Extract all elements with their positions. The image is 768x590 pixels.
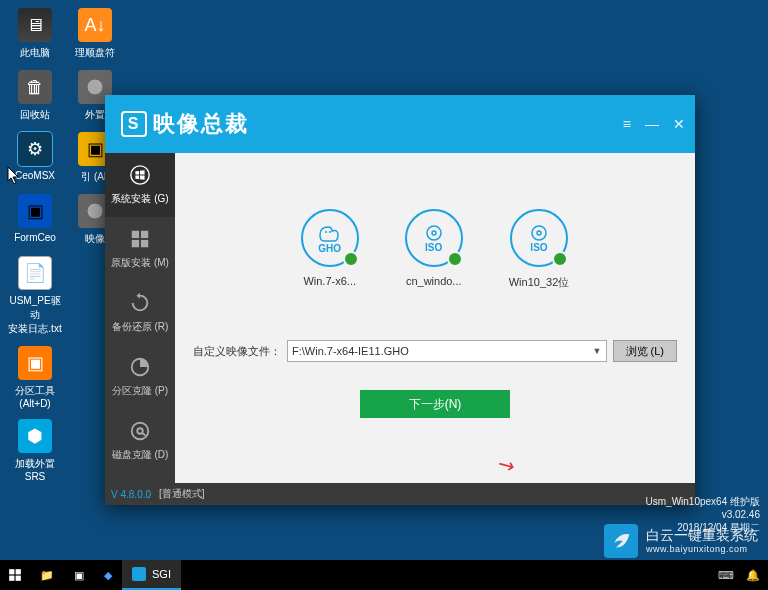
- sidebar-item-backup-restore[interactable]: 备份还原 (R): [105, 281, 175, 345]
- square-icon: ▣: [18, 194, 52, 228]
- svg-rect-18: [16, 576, 21, 581]
- chevron-down-icon[interactable]: ▼: [593, 346, 602, 356]
- svg-rect-17: [9, 576, 14, 581]
- app-window: S 映像总裁 ≡ ― ✕ 系统安装 (G) 原版安装 (M) 备份还原 (R): [105, 95, 695, 505]
- srs-icon: ⬢: [18, 419, 52, 453]
- brand-icon: [604, 524, 638, 558]
- svg-point-12: [432, 231, 436, 235]
- svg-point-6: [132, 423, 149, 440]
- menu-icon[interactable]: ≡: [623, 116, 631, 132]
- image-label: cn_windo...: [406, 275, 462, 287]
- desktop-icon-usm-log[interactable]: 📄USM_PE驱动 安装日志.txt: [8, 256, 62, 336]
- svg-rect-3: [132, 240, 139, 247]
- windows-icon: [129, 164, 151, 186]
- image-item-iso1[interactable]: ISO cn_windo...: [405, 209, 463, 290]
- pc-icon: 🖥: [18, 8, 52, 42]
- refresh-icon: [129, 292, 151, 314]
- tiles-icon: [129, 228, 151, 250]
- desktop-icon-srs[interactable]: ⬢加载外置SRS: [8, 419, 62, 482]
- svg-rect-4: [141, 240, 148, 247]
- sidebar: 系统安装 (G) 原版安装 (M) 备份还原 (R) 分区克隆 (P) 磁盘克隆…: [105, 153, 175, 483]
- window-controls: ≡ ― ✕: [623, 116, 685, 132]
- taskbar: 📁 ▣ ◆ SGI ⌨ 🔔: [0, 560, 768, 590]
- task-button-explorer[interactable]: 📁: [30, 560, 64, 590]
- svg-rect-15: [9, 569, 14, 574]
- sidebar-label: 分区克隆 (P): [112, 384, 168, 398]
- sidebar-item-system-install[interactable]: 系统安装 (G): [105, 153, 175, 217]
- image-label: Win10_32位: [509, 275, 570, 290]
- path-label: 自定义映像文件：: [193, 344, 281, 359]
- desktop-icon-partition[interactable]: ▣分区工具 (Alt+D): [8, 346, 62, 409]
- browse-button[interactable]: 浏览 (L): [613, 340, 678, 362]
- disk-icon: [129, 420, 151, 442]
- sidebar-label: 磁盘克隆 (D): [112, 448, 169, 462]
- sidebar-label: 原版安装 (M): [111, 256, 169, 270]
- close-icon[interactable]: ✕: [673, 116, 685, 132]
- svg-point-9: [325, 231, 327, 233]
- task-button-sgi[interactable]: SGI: [122, 560, 181, 590]
- iso-icon: ISO: [510, 209, 568, 267]
- system-tray[interactable]: ⌨ 🔔: [718, 569, 768, 582]
- main-panel: GHO Win.7-x6... ISO cn_windo... ISO: [175, 153, 695, 483]
- image-item-gho[interactable]: GHO Win.7-x6...: [301, 209, 359, 290]
- window-body: 系统安装 (G) 原版安装 (M) 备份还原 (R) 分区克隆 (P) 磁盘克隆…: [105, 153, 695, 483]
- tray-icon-1[interactable]: ⌨: [718, 569, 734, 582]
- image-list: GHO Win.7-x6... ISO cn_windo... ISO: [193, 209, 677, 290]
- statusbar: V 4.8.0.0 [普通模式]: [105, 483, 695, 505]
- check-badge-icon: [447, 251, 463, 267]
- path-combobox[interactable]: F:\Win.7-x64-IE11.GHO ▼: [287, 340, 607, 362]
- minimize-icon[interactable]: ―: [645, 116, 659, 132]
- annotation-arrow-icon: ↘: [492, 450, 519, 479]
- task-button-tool[interactable]: ◆: [94, 560, 122, 590]
- sidebar-item-original-install[interactable]: 原版安装 (M): [105, 217, 175, 281]
- task-button-terminal[interactable]: ▣: [64, 560, 94, 590]
- terminal-icon: ▣: [74, 569, 84, 582]
- pie-icon: [129, 356, 151, 378]
- desktop-icon-ceomsx[interactable]: ⚙CeoMSX: [8, 132, 62, 184]
- trash-icon: 🗑: [18, 70, 52, 104]
- tray-icon-2[interactable]: 🔔: [746, 569, 760, 582]
- image-item-iso2[interactable]: ISO Win10_32位: [509, 209, 570, 290]
- app-title: 映像总裁: [153, 109, 249, 139]
- sidebar-label: 系统安装 (G): [111, 192, 168, 206]
- start-button[interactable]: [0, 560, 30, 590]
- svg-point-13: [532, 226, 546, 240]
- sgi-icon: [132, 567, 146, 581]
- folder-icon: 📁: [40, 569, 54, 582]
- svg-point-14: [537, 231, 541, 235]
- svg-rect-16: [16, 569, 21, 574]
- path-row: 自定义映像文件： F:\Win.7-x64-IE11.GHO ▼ 浏览 (L): [193, 340, 677, 362]
- svg-rect-2: [141, 231, 148, 238]
- svg-line-8: [142, 433, 146, 436]
- sort-icon: A↓: [78, 8, 112, 42]
- mode-label: [普通模式]: [159, 487, 205, 501]
- sidebar-item-partition-clone[interactable]: 分区克隆 (P): [105, 345, 175, 409]
- version-label: V 4.8.0.0: [111, 489, 151, 500]
- gear-icon: ⚙: [18, 132, 52, 166]
- desktop-icon-this-pc[interactable]: 🖥此电脑: [8, 8, 62, 60]
- gho-icon: GHO: [301, 209, 359, 267]
- check-badge-icon: [552, 251, 568, 267]
- app-logo: S 映像总裁: [121, 109, 249, 139]
- check-badge-icon: [343, 251, 359, 267]
- path-value: F:\Win.7-x64-IE11.GHO: [292, 345, 409, 357]
- desktop-icon-recycle[interactable]: 🗑回收站: [8, 70, 62, 122]
- logo-icon: S: [121, 111, 147, 137]
- svg-rect-1: [132, 231, 139, 238]
- desktop-icon-formceo[interactable]: ▣FormCeo: [8, 194, 62, 246]
- svg-point-10: [329, 231, 331, 233]
- sidebar-item-disk-clone[interactable]: 磁盘克隆 (D): [105, 409, 175, 473]
- desktop-icon-drive-sort[interactable]: A↓理顺盘符: [68, 8, 122, 60]
- partition-icon: ▣: [18, 346, 52, 380]
- brand-watermark: 白云一键重装系统 www.baiyunxitong.com: [604, 524, 758, 558]
- image-label: Win.7-x6...: [303, 275, 356, 287]
- sidebar-label: 备份还原 (R): [112, 320, 169, 334]
- file-icon: 📄: [18, 256, 52, 290]
- next-button[interactable]: 下一步(N): [360, 390, 510, 418]
- svg-point-11: [427, 226, 441, 240]
- titlebar[interactable]: S 映像总裁 ≡ ― ✕: [105, 95, 695, 153]
- svg-point-0: [131, 166, 149, 184]
- iso-icon: ISO: [405, 209, 463, 267]
- tool-icon: ◆: [104, 569, 112, 582]
